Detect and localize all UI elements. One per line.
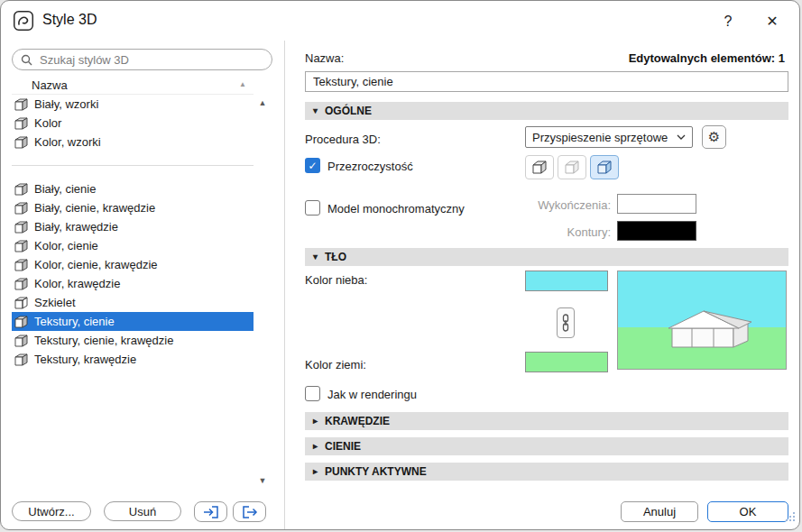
procedure-value: Przyspieszenie sprzętowe bbox=[532, 131, 677, 144]
section-shadows[interactable]: ▸ CIENIE bbox=[305, 437, 788, 455]
section-shadows-title: CIENIE bbox=[325, 440, 361, 453]
style-icon bbox=[14, 297, 28, 309]
gear-icon: ⚙ bbox=[708, 129, 720, 145]
list-item-label: Kolor, cienie, krawędzie bbox=[34, 258, 158, 271]
link-colors-button[interactable] bbox=[557, 307, 575, 338]
import-icon bbox=[202, 506, 220, 518]
close-button[interactable]: ✕ bbox=[759, 9, 786, 32]
contours-color-swatch[interactable] bbox=[617, 221, 696, 241]
ground-color-label: Kolor ziemi: bbox=[305, 358, 366, 371]
chain-link-icon bbox=[561, 314, 570, 332]
list-item[interactable]: Szkielet bbox=[12, 293, 254, 312]
scroll-down-icon[interactable]: ▼ bbox=[255, 475, 270, 486]
style-icon bbox=[14, 183, 28, 196]
resize-grip[interactable] bbox=[785, 509, 796, 526]
list-item-label: Biały, cienie, krawędzie bbox=[34, 201, 155, 215]
list-item[interactable]: Biały, cienie, krawędzie bbox=[12, 198, 254, 217]
procedure-dropdown[interactable]: Przyspieszenie sprzętowe bbox=[525, 126, 693, 148]
section-general[interactable]: ▾ OGÓLNE bbox=[305, 102, 788, 120]
chevron-collapsed-icon: ▸ bbox=[313, 467, 318, 476]
style-icon bbox=[14, 278, 28, 290]
style-icon bbox=[14, 221, 28, 234]
list-item[interactable]: Kolor, cienie, krawędzie bbox=[12, 255, 254, 274]
app-icon bbox=[14, 11, 33, 31]
editable-count: Edytowalnych elementów: 1 bbox=[629, 51, 785, 65]
section-hotspots[interactable]: ▸ PUNKTY AKTYWNE bbox=[305, 463, 788, 481]
cancel-button[interactable]: Anuluj bbox=[621, 501, 698, 522]
cube-solid-icon bbox=[530, 160, 548, 175]
search-input[interactable] bbox=[38, 52, 263, 68]
list-item[interactable]: Tekstury, cienie, krawędzie bbox=[12, 331, 254, 350]
export-button[interactable] bbox=[233, 501, 266, 522]
style-icon bbox=[14, 259, 28, 271]
column-header-label: Nazwa bbox=[32, 78, 68, 92]
like-render-checkbox[interactable] bbox=[305, 386, 320, 401]
finish-color-swatch[interactable] bbox=[617, 194, 696, 214]
style-icon bbox=[14, 117, 28, 130]
export-icon bbox=[241, 506, 259, 518]
list-item-label: Kolor, krawędzie bbox=[34, 277, 120, 290]
section-hotspots-title: PUNKTY AKTYWNE bbox=[325, 465, 427, 478]
delete-button[interactable]: Usuń bbox=[104, 501, 181, 521]
style-icon bbox=[14, 98, 28, 111]
list-item[interactable]: Tekstury, krawędzie bbox=[12, 350, 254, 369]
list-item-selected[interactable]: Tekstury, cienie bbox=[12, 312, 254, 331]
list-item[interactable]: Kolor bbox=[12, 114, 254, 133]
ground-color-swatch[interactable] bbox=[525, 352, 608, 372]
scroll-up-icon[interactable]: ▲ bbox=[255, 97, 270, 108]
create-button[interactable]: Utwórz... bbox=[12, 501, 91, 521]
section-background-title: TŁO bbox=[325, 251, 346, 263]
ok-button[interactable]: OK bbox=[707, 501, 788, 522]
list-item[interactable]: Kolor, wzorki bbox=[12, 133, 254, 151]
list-item[interactable]: Biały, cienie bbox=[12, 179, 254, 198]
style-icon bbox=[14, 240, 28, 252]
list-item-label: Kolor, cienie bbox=[34, 239, 98, 252]
transparency-checkbox[interactable]: ✓ bbox=[305, 158, 320, 173]
styles-list: Biały, wzorki Kolor Kolor, wzorki Biały,… bbox=[12, 95, 254, 369]
style-icon bbox=[14, 316, 28, 328]
search-box[interactable] bbox=[12, 49, 272, 70]
sort-asc-icon: ▲ bbox=[239, 81, 246, 88]
chevron-collapsed-icon: ▸ bbox=[313, 442, 318, 451]
finish-label: Wykończenia: bbox=[434, 198, 611, 212]
section-edges-title: KRAWĘDZIE bbox=[325, 415, 390, 427]
preview-image bbox=[618, 271, 786, 369]
list-item-label: Tekstury, cienie bbox=[34, 315, 115, 328]
check-icon: ✓ bbox=[308, 161, 317, 171]
chevron-expanded-icon: ▾ bbox=[313, 106, 318, 115]
monochrome-checkbox[interactable] bbox=[305, 200, 320, 216]
sky-color-label: Kolor nieba: bbox=[305, 273, 367, 287]
help-button[interactable]: ? bbox=[714, 10, 742, 33]
style-icon bbox=[14, 202, 28, 215]
style-name-input[interactable] bbox=[305, 71, 788, 92]
section-edges[interactable]: ▸ KRAWĘDZIE bbox=[305, 412, 788, 430]
sky-color-swatch[interactable] bbox=[525, 271, 608, 291]
list-item-label: Biały, krawędzie bbox=[34, 220, 118, 234]
list-item-label: Biały, wzorki bbox=[34, 97, 98, 111]
cube-faded-icon bbox=[563, 160, 581, 175]
transparency-mode-1-button[interactable] bbox=[525, 155, 554, 179]
procedure-label: Procedura 3D: bbox=[305, 133, 381, 146]
chevron-down-icon bbox=[677, 134, 686, 140]
list-item-label: Tekstury, cienie, krawędzie bbox=[34, 334, 173, 347]
like-render-label: Jak w renderingu bbox=[327, 388, 417, 401]
procedure-settings-button[interactable]: ⚙ bbox=[702, 125, 726, 149]
list-group-separator bbox=[12, 151, 254, 179]
name-label: Nazwa: bbox=[305, 51, 344, 65]
list-item[interactable]: Biały, krawędzie bbox=[12, 217, 254, 236]
import-button[interactable] bbox=[194, 501, 227, 522]
list-item[interactable]: Biały, wzorki bbox=[12, 95, 254, 114]
section-general-title: OGÓLNE bbox=[325, 105, 372, 117]
background-preview bbox=[617, 271, 787, 370]
chevron-collapsed-icon: ▸ bbox=[313, 417, 318, 426]
section-background[interactable]: ▾ TŁO bbox=[305, 248, 788, 266]
list-item[interactable]: Kolor, cienie bbox=[12, 236, 254, 255]
list-column-header[interactable]: Nazwa ▲ bbox=[12, 77, 254, 95]
transparency-mode-2-button[interactable] bbox=[558, 155, 586, 179]
transparency-label: Przezroczystość bbox=[327, 160, 413, 173]
list-item[interactable]: Kolor, krawędzie bbox=[12, 274, 254, 293]
panel-divider bbox=[284, 41, 285, 529]
contours-label: Kontury: bbox=[434, 225, 611, 239]
search-icon bbox=[21, 54, 32, 66]
transparency-mode-3-button-selected[interactable] bbox=[590, 155, 619, 179]
